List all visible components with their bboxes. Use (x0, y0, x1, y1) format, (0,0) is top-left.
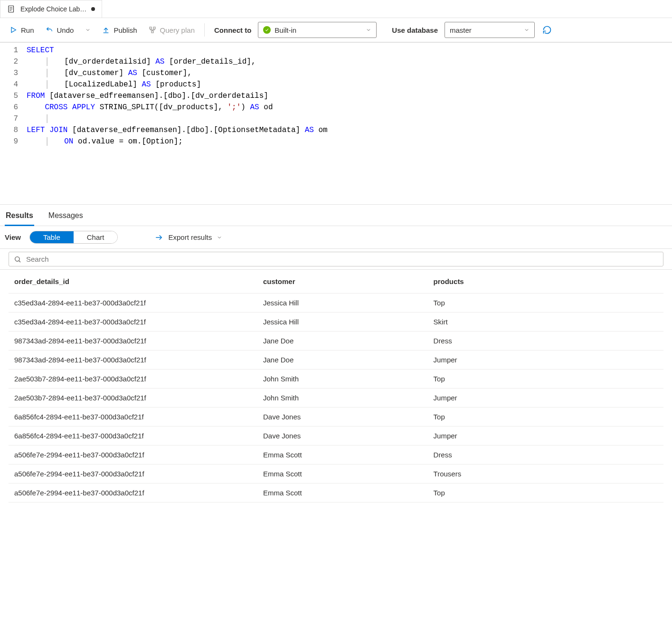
export-icon (155, 233, 163, 242)
code-line[interactable]: LEFT JOIN [dataverse_edfreemansen].[dbo]… (27, 124, 672, 136)
table-row[interactable]: 6a856fc4-2894-ee11-be37-000d3a0cf21fDave… (9, 408, 663, 427)
export-results-button[interactable]: Export results (155, 233, 222, 242)
code-line[interactable]: │ [dv_orderdetailsid] AS [order_details_… (27, 56, 672, 67)
table-cell: Trousers (428, 465, 663, 484)
code-area[interactable]: SELECT │ [dv_orderdetailsid] AS [order_d… (27, 45, 672, 147)
undo-label: Undo (57, 26, 74, 34)
table-cell: 987343ad-2894-ee11-be37-000d3a0cf21f (9, 351, 257, 370)
code-line[interactable]: │ [LocalizedLabel] AS [products] (27, 79, 672, 90)
undo-button[interactable]: Undo (41, 23, 79, 37)
code-line[interactable]: CROSS APPLY STRING_SPLIT([dv_products], … (27, 102, 672, 113)
use-database-label: Use database (387, 26, 443, 34)
table-row[interactable]: a506fe7e-2994-ee11-be37-000d3a0cf21fEmma… (9, 465, 663, 484)
table-cell: 987343ad-2894-ee11-be37-000d3a0cf21f (9, 332, 257, 351)
table-row[interactable]: 6a856fc4-2894-ee11-be37-000d3a0cf21fDave… (9, 427, 663, 446)
play-icon (9, 26, 17, 34)
view-toggle: Table Chart (29, 231, 118, 244)
publish-label: Publish (114, 26, 137, 34)
line-number: 4 (0, 79, 18, 90)
results-tabs: Results Messages (0, 205, 672, 226)
toolbar-separator (204, 23, 205, 37)
svg-rect-2 (153, 27, 155, 29)
table-cell: Jane Doe (257, 332, 428, 351)
view-chart-pill[interactable]: Chart (74, 231, 118, 243)
line-number: 2 (0, 56, 18, 67)
table-cell: Jane Doe (257, 351, 428, 370)
code-line[interactable]: │ [dv_customer] AS [customer], (27, 67, 672, 79)
table-row[interactable]: 2ae503b7-2894-ee11-be37-000d3a0cf21fJohn… (9, 389, 663, 408)
table-cell: Emma Scott (257, 465, 428, 484)
table-cell: c35ed3a4-2894-ee11-be37-000d3a0cf21f (9, 294, 257, 313)
connected-check-icon (263, 26, 271, 34)
table-cell: Jumper (428, 389, 663, 408)
table-row[interactable]: a506fe7e-2994-ee11-be37-000d3a0cf21fEmma… (9, 446, 663, 465)
line-number: 9 (0, 136, 18, 147)
results-table: order_details_idcustomerproducts c35ed3a… (9, 270, 663, 503)
table-cell: Dress (428, 446, 663, 465)
table-row[interactable]: a506fe7e-2994-ee11-be37-000d3a0cf21fEmma… (9, 484, 663, 503)
table-cell: John Smith (257, 389, 428, 408)
table-row[interactable]: 2ae503b7-2894-ee11-be37-000d3a0cf21fJohn… (9, 370, 663, 389)
svg-rect-3 (151, 31, 153, 33)
code-line[interactable]: │ (27, 113, 672, 124)
code-line[interactable]: SELECT (27, 45, 672, 56)
table-cell: John Smith (257, 370, 428, 389)
connect-to-label: Connect to (209, 26, 256, 34)
table-cell: Top (428, 294, 663, 313)
chevron-down-icon (217, 235, 222, 240)
toolbar: Run Undo Publish Query plan Connect to B… (0, 18, 672, 43)
line-number: 7 (0, 113, 18, 124)
query-plan-button[interactable]: Query plan (144, 23, 199, 37)
undo-dropdown-button[interactable] (80, 24, 95, 36)
table-cell: a506fe7e-2994-ee11-be37-000d3a0cf21f (9, 446, 257, 465)
table-cell: Jumper (428, 427, 663, 446)
table-row[interactable]: c35ed3a4-2894-ee11-be37-000d3a0cf21fJess… (9, 313, 663, 332)
search-icon (14, 256, 21, 263)
export-label: Export results (168, 233, 212, 241)
table-row[interactable]: c35ed3a4-2894-ee11-be37-000d3a0cf21fJess… (9, 294, 663, 313)
view-toolbar: View Table Chart Export results (0, 226, 672, 249)
table-cell: Skirt (428, 313, 663, 332)
table-cell: Jessica Hill (257, 313, 428, 332)
query-plan-label: Query plan (160, 26, 195, 34)
table-cell: 2ae503b7-2894-ee11-be37-000d3a0cf21f (9, 370, 257, 389)
line-number: 8 (0, 124, 18, 136)
sql-editor[interactable]: 123456789 SELECT │ [dv_orderdetailsid] A… (0, 43, 672, 204)
table-cell: Jumper (428, 351, 663, 370)
undo-icon (46, 26, 53, 34)
search-box[interactable] (9, 252, 663, 266)
table-cell: Emma Scott (257, 484, 428, 503)
use-database-select[interactable]: master (445, 22, 535, 38)
column-header[interactable]: order_details_id (9, 270, 257, 294)
use-database-value: master (450, 26, 472, 34)
column-header[interactable]: customer (257, 270, 428, 294)
table-cell: Dress (428, 332, 663, 351)
table-cell: a506fe7e-2994-ee11-be37-000d3a0cf21f (9, 484, 257, 503)
table-row[interactable]: 987343ad-2894-ee11-be37-000d3a0cf21fJane… (9, 332, 663, 351)
run-label: Run (21, 26, 34, 34)
table-cell: Dave Jones (257, 427, 428, 446)
table-cell: Top (428, 370, 663, 389)
connect-to-select[interactable]: Built-in (258, 22, 377, 38)
code-line[interactable]: FROM [dataverse_edfreemansen].[dbo].[dv_… (27, 90, 672, 102)
refresh-button[interactable] (542, 25, 552, 35)
table-row[interactable]: 987343ad-2894-ee11-be37-000d3a0cf21fJane… (9, 351, 663, 370)
table-cell: 2ae503b7-2894-ee11-be37-000d3a0cf21f (9, 389, 257, 408)
tab-results[interactable]: Results (5, 209, 34, 226)
table-cell: Top (428, 408, 663, 427)
view-table-pill[interactable]: Table (30, 231, 74, 243)
editor-tab-title: Explode Choice Lab… (20, 5, 86, 13)
run-button[interactable]: Run (5, 23, 39, 37)
tab-messages[interactable]: Messages (47, 209, 84, 226)
query-plan-icon (149, 26, 156, 34)
table-cell: 6a856fc4-2894-ee11-be37-000d3a0cf21f (9, 408, 257, 427)
publish-button[interactable]: Publish (97, 23, 142, 37)
search-input[interactable] (26, 255, 658, 263)
unsaved-indicator-icon (91, 7, 95, 11)
line-number: 1 (0, 45, 18, 56)
code-line[interactable]: │ ON od.value = om.[Option]; (27, 136, 672, 147)
chevron-down-icon (524, 27, 530, 33)
editor-tab[interactable]: Explode Choice Lab… (0, 0, 102, 18)
column-header[interactable]: products (428, 270, 663, 294)
line-number: 3 (0, 67, 18, 79)
